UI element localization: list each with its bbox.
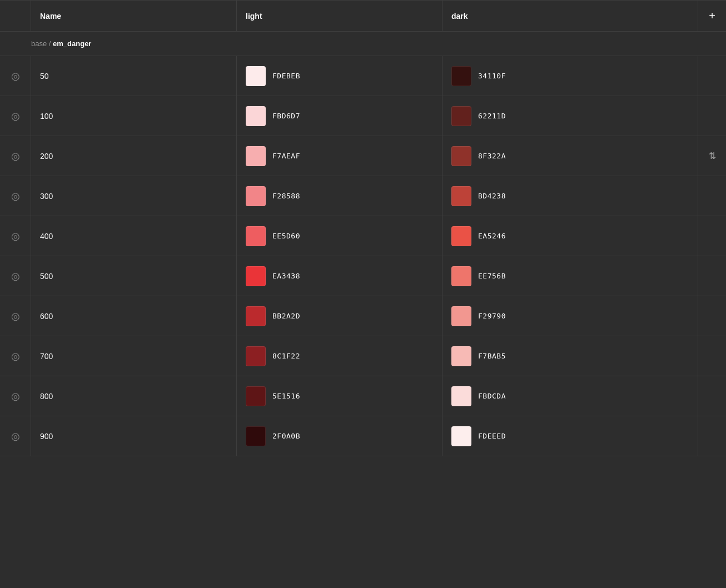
section-separator: /: [49, 39, 53, 48]
light-color-cell-300[interactable]: F28588: [237, 176, 442, 216]
dark-hex-700: F7BAB5: [478, 352, 506, 360]
dark-color-cell-900[interactable]: FDEEED: [442, 416, 698, 456]
light-color-cell-500[interactable]: EA3438: [237, 256, 442, 296]
row-icon-cell: ◎: [0, 56, 31, 96]
light-hex-400: EE5D60: [272, 232, 300, 240]
header-name: Name: [31, 1, 237, 31]
row-icon-cell: ◎: [0, 416, 31, 456]
light-swatch-700: [246, 346, 266, 366]
row-actions-50: [698, 56, 726, 96]
light-hex-100: FBD6D7: [272, 112, 300, 120]
row-actions-100: [698, 96, 726, 136]
section-path: base: [31, 39, 47, 48]
light-hex-800: 5E1516: [272, 392, 300, 400]
dark-hex-800: FBDCDA: [478, 392, 506, 400]
light-swatch-400: [246, 226, 266, 246]
dark-swatch-700: [451, 346, 471, 366]
light-swatch-200: [246, 146, 266, 166]
light-hex-500: EA3438: [272, 272, 300, 280]
light-swatch-50: [246, 66, 266, 86]
light-color-cell-100[interactable]: FBD6D7: [237, 96, 442, 136]
light-hex-300: F28588: [272, 192, 300, 200]
dark-color-cell-200[interactable]: 8F322A: [442, 136, 698, 176]
palette-icon: ◎: [11, 231, 20, 241]
row-icon-cell: ◎: [0, 96, 31, 136]
dark-hex-100: 62211D: [478, 112, 506, 120]
table-row: ◎ 800 5E1516 FBDCDA: [0, 376, 726, 416]
light-color-cell-900[interactable]: 2F0A0B: [237, 416, 442, 456]
palette-icon: ◎: [11, 391, 20, 401]
dark-hex-300: BD4238: [478, 192, 506, 200]
palette-icon: ◎: [11, 431, 20, 441]
adjust-icon[interactable]: ⇅: [709, 151, 716, 161]
row-name-100: 100: [31, 96, 237, 136]
section-name: em_danger: [53, 39, 91, 48]
palette-icon: ◎: [11, 151, 20, 161]
row-name-600: 600: [31, 296, 237, 336]
palette-icon: ◎: [11, 351, 20, 361]
dark-swatch-300: [451, 186, 471, 206]
table-row: ◎ 700 8C1F22 F7BAB5: [0, 336, 726, 376]
row-name-50: 50: [31, 56, 237, 96]
table-row: ◎ 900 2F0A0B FDEEED: [0, 416, 726, 456]
row-actions-500: [698, 256, 726, 296]
dark-swatch-400: [451, 226, 471, 246]
dark-color-cell-600[interactable]: F29790: [442, 296, 698, 336]
row-name-800: 800: [31, 376, 237, 416]
row-icon-cell: ◎: [0, 136, 31, 176]
row-actions-900: [698, 416, 726, 456]
light-color-cell-400[interactable]: EE5D60: [237, 216, 442, 256]
light-color-cell-700[interactable]: 8C1F22: [237, 336, 442, 376]
rows-container: ◎ 50 FDEBEB 34110F ◎ 100: [0, 56, 726, 456]
table-row: ◎ 400 EE5D60 EA5246: [0, 216, 726, 256]
dark-swatch-800: [451, 386, 471, 406]
light-color-cell-600[interactable]: BB2A2D: [237, 296, 442, 336]
light-swatch-300: [246, 186, 266, 206]
dark-color-cell-100[interactable]: 62211D: [442, 96, 698, 136]
table-row: ◎ 200 F7AEAF 8F322A ⇅: [0, 136, 726, 176]
light-swatch-600: [246, 306, 266, 326]
light-hex-50: FDEBEB: [272, 72, 300, 80]
row-name-300: 300: [31, 176, 237, 216]
table-row: ◎ 500 EA3438 EE756B: [0, 256, 726, 296]
section-breadcrumb: base / em_danger: [0, 32, 726, 56]
row-actions-400: [698, 216, 726, 256]
light-color-cell-50[interactable]: FDEBEB: [237, 56, 442, 96]
dark-swatch-900: [451, 426, 471, 446]
color-table: Name light dark + base / em_danger ◎ 50 …: [0, 0, 726, 456]
row-icon-cell: ◎: [0, 296, 31, 336]
table-header: Name light dark +: [0, 1, 726, 32]
dark-color-cell-700[interactable]: F7BAB5: [442, 336, 698, 376]
dark-color-cell-800[interactable]: FBDCDA: [442, 376, 698, 416]
dark-hex-400: EA5246: [478, 232, 506, 240]
light-swatch-500: [246, 266, 266, 286]
light-swatch-900: [246, 426, 266, 446]
palette-icon: ◎: [11, 311, 20, 321]
light-swatch-100: [246, 106, 266, 126]
plus-icon: +: [709, 9, 715, 22]
light-hex-700: 8C1F22: [272, 352, 300, 360]
table-row: ◎ 50 FDEBEB 34110F: [0, 56, 726, 96]
light-swatch-800: [246, 386, 266, 406]
row-icon-cell: ◎: [0, 376, 31, 416]
dark-color-cell-300[interactable]: BD4238: [442, 176, 698, 216]
row-name-700: 700: [31, 336, 237, 376]
dark-swatch-50: [451, 66, 471, 86]
row-name-900: 900: [31, 416, 237, 456]
light-color-cell-200[interactable]: F7AEAF: [237, 136, 442, 176]
row-icon-cell: ◎: [0, 216, 31, 256]
palette-icon: ◎: [11, 71, 20, 81]
light-color-cell-800[interactable]: 5E1516: [237, 376, 442, 416]
row-name-500: 500: [31, 256, 237, 296]
table-row: ◎ 600 BB2A2D F29790: [0, 296, 726, 336]
light-hex-900: 2F0A0B: [272, 432, 300, 440]
dark-hex-200: 8F322A: [478, 152, 506, 160]
row-icon-cell: ◎: [0, 336, 31, 376]
row-icon-cell: ◎: [0, 176, 31, 216]
dark-swatch-100: [451, 106, 471, 126]
add-column-button[interactable]: +: [698, 1, 726, 31]
dark-color-cell-400[interactable]: EA5246: [442, 216, 698, 256]
dark-hex-50: 34110F: [478, 72, 506, 80]
dark-color-cell-500[interactable]: EE756B: [442, 256, 698, 296]
dark-color-cell-50[interactable]: 34110F: [442, 56, 698, 96]
